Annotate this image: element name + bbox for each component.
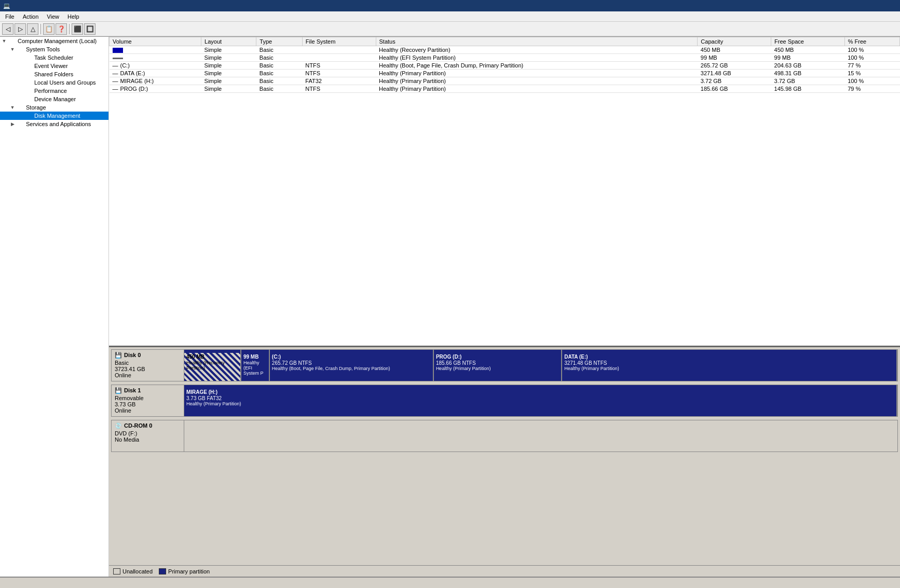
cell-layout: Simple — [201, 70, 256, 77]
partition-0[interactable]: 450 MBHealthy (Recovery Partition) — [184, 350, 241, 381]
column-header-layout[interactable]: Layout — [201, 37, 256, 46]
cell-status: Healthy (Primary Partition) — [376, 77, 698, 85]
menu-item-view[interactable]: View — [44, 13, 62, 20]
sidebar-item-system-tools[interactable]: ▼System Tools — [0, 45, 108, 53]
cell-filesystem: FAT32 — [302, 77, 376, 85]
cell-volume — [110, 54, 201, 62]
cell-type: Basic — [256, 46, 303, 54]
table-row[interactable]: —DATA (E:)SimpleBasicNTFSHealthy (Primar… — [110, 70, 900, 77]
sidebar-item-performance[interactable]: Performance — [0, 87, 108, 95]
sidebar-item-label: Disk Management — [34, 113, 80, 119]
menu-item-file[interactable]: File — [2, 13, 18, 20]
column-header-filesystem[interactable]: File System — [302, 37, 376, 46]
sidebar-item-services-apps[interactable]: ▶Services and Applications — [0, 120, 108, 128]
column-header-type[interactable]: Type — [256, 37, 303, 46]
tree-node-icon — [25, 87, 33, 94]
sidebar-item-storage[interactable]: ▼Storage — [0, 103, 108, 112]
cell-status: Healthy (Boot, Page File, Crash Dump, Pr… — [376, 62, 698, 70]
sidebar-item-label: Device Manager — [34, 96, 76, 102]
partition-0[interactable]: MIRAGE (H:)3.73 GB FAT32Healthy (Primary… — [184, 385, 897, 416]
column-header-status[interactable]: Status — [376, 37, 698, 46]
sidebar: ▼Computer Management (Local)▼System Tool… — [0, 37, 109, 577]
cell-freespace: 3.72 GB — [771, 77, 845, 85]
partition-top-bar — [270, 350, 433, 353]
partition-name: MIRAGE (H:) — [186, 389, 894, 395]
column-header-percentfree[interactable]: % Free — [844, 37, 899, 46]
sidebar-item-label: Performance — [34, 88, 67, 94]
partition-info: 3.73 GB FAT32 — [186, 395, 894, 401]
menu-item-action[interactable]: Action — [20, 13, 42, 20]
disk-name: 💿CD-ROM 0 — [115, 422, 181, 429]
tree-node-icon — [25, 95, 33, 103]
up-button[interactable]: △ — [27, 23, 38, 35]
disk-row-disk0: 💾Disk 0Basic3723.41 GBOnline450 MBHealth… — [111, 349, 898, 381]
tree-node-icon — [25, 112, 33, 119]
legend-item: Primary partition — [159, 568, 210, 575]
legend-bar: UnallocatedPrimary partition — [109, 565, 900, 577]
cell-percentfree: 100 % — [844, 77, 899, 85]
cell-volume: —PROG (D:) — [110, 85, 201, 93]
sidebar-item-label: Local Users and Groups — [34, 79, 96, 86]
sidebar-item-shared-folders[interactable]: Shared Folders — [0, 70, 108, 78]
partition-top-bar — [184, 385, 896, 388]
table-row[interactable]: —MIRAGE (H:)SimpleBasicFAT32Healthy (Pri… — [110, 77, 900, 85]
disk-name: 💾Disk 0 — [115, 352, 181, 359]
partition-name: (C:) — [272, 354, 431, 360]
status-bar — [0, 577, 900, 588]
column-header-volume[interactable]: Volume — [110, 37, 201, 46]
disk-icon: 💾 — [115, 387, 122, 393]
content-area: VolumeLayoutTypeFile SystemStatusCapacit… — [109, 37, 900, 577]
cell-layout: Simple — [201, 62, 256, 70]
sidebar-item-local-users-groups[interactable]: Local Users and Groups — [0, 78, 108, 87]
help-button[interactable]: ❓ — [56, 23, 67, 35]
cell-filesystem: NTFS — [302, 85, 376, 93]
cell-volume: —DATA (E:) — [110, 70, 201, 77]
table-row[interactable]: —(C:)SimpleBasicNTFSHealthy (Boot, Page … — [110, 62, 900, 70]
disk-status: Online — [115, 407, 181, 414]
expand-icon: ▶ — [8, 121, 17, 127]
partition-3[interactable]: PROG (D:)185.66 GB NTFSHealthy (Primary … — [434, 350, 562, 381]
cell-layout: Simple — [201, 54, 256, 62]
partition-2[interactable]: (C:)265.72 GB NTFSHealthy (Boot, Page Fi… — [270, 350, 434, 381]
disk-status: No Media — [115, 436, 181, 443]
sidebar-item-device-manager[interactable]: Device Manager — [0, 95, 108, 103]
back-button[interactable]: ◁ — [2, 23, 13, 35]
forward-button[interactable]: ▷ — [15, 23, 26, 35]
disk-type: DVD (F:) — [115, 430, 181, 436]
sidebar-item-event-viewer[interactable]: Event Viewer — [0, 62, 108, 70]
table-row[interactable]: SimpleBasicHealthy (Recovery Partition)4… — [110, 46, 900, 54]
toolbar: ◁ ▷ △ 📋 ❓ ⬛ 🔲 — [0, 22, 900, 36]
expand-icon: ▼ — [8, 47, 17, 52]
disk-icon: 💾 — [115, 352, 122, 358]
disk-icon: 💿 — [115, 422, 122, 429]
legend-label: Unallocated — [122, 568, 153, 575]
export-button[interactable]: 🔲 — [84, 23, 96, 35]
cell-type: Basic — [256, 62, 303, 70]
tree-node-icon — [25, 62, 33, 70]
show-hide-button[interactable]: 📋 — [43, 23, 54, 35]
table-header-row: VolumeLayoutTypeFile SystemStatusCapacit… — [110, 37, 900, 46]
table-body: SimpleBasicHealthy (Recovery Partition)4… — [110, 46, 900, 93]
sidebar-item-task-scheduler[interactable]: Task Scheduler — [0, 53, 108, 62]
partition-1[interactable]: 99 MBHealthy (EFI System P — [241, 350, 270, 381]
partition-sublabel: Healthy (Boot, Page File, Crash Dump, Pr… — [272, 366, 431, 371]
cell-capacity: 3.72 GB — [698, 77, 771, 85]
partition-top-bar — [241, 350, 269, 353]
cell-freespace: 204.63 GB — [771, 62, 845, 70]
column-header-capacity[interactable]: Capacity — [698, 37, 771, 46]
partition-4[interactable]: DATA (E:)3271.48 GB NTFSHealthy (Primary… — [562, 350, 897, 381]
column-header-freespace[interactable]: Free Space — [771, 37, 845, 46]
partition-name: PROG (D:) — [436, 354, 559, 360]
menu-item-help[interactable]: Help — [64, 13, 83, 20]
new-window-button[interactable]: ⬛ — [72, 23, 83, 35]
table-row[interactable]: —PROG (D:)SimpleBasicNTFSHealthy (Primar… — [110, 85, 900, 93]
disk-label-disk1: 💾Disk 1Removable3.73 GBOnline — [112, 385, 184, 416]
sidebar-item-disk-management[interactable]: Disk Management — [0, 112, 108, 120]
sidebar-item-computer-management[interactable]: ▼Computer Management (Local) — [0, 37, 108, 45]
partition-label: 99 MB — [243, 354, 267, 360]
cell-percentfree: 79 % — [844, 85, 899, 93]
cell-type: Basic — [256, 77, 303, 85]
disk-type: Removable — [115, 395, 181, 401]
table-row[interactable]: SimpleBasicHealthy (EFI System Partition… — [110, 54, 900, 62]
disk-row-disk1: 💾Disk 1Removable3.73 GBOnlineMIRAGE (H:)… — [111, 385, 898, 417]
